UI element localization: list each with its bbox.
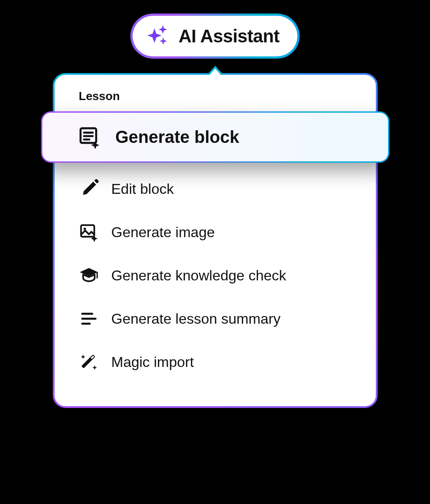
menu-item-label: Generate image <box>111 224 215 241</box>
sparkles-icon <box>145 23 170 49</box>
image-sparkle-icon <box>79 222 99 242</box>
menu-item-magic-import[interactable]: Magic import <box>55 340 376 384</box>
menu-item-label: Generate block <box>116 128 240 147</box>
svg-point-5 <box>83 228 86 230</box>
menu-item-generate-knowledge-check[interactable]: Generate knowledge check <box>55 254 376 297</box>
lines-icon <box>79 309 99 329</box>
menu-item-label: Generate knowledge check <box>111 267 287 284</box>
section-label-lesson: Lesson <box>55 89 376 111</box>
menu-item-generate-image[interactable]: Generate image <box>55 211 376 254</box>
svg-rect-4 <box>81 225 94 237</box>
graduation-cap-icon <box>79 266 99 285</box>
block-sparkle-icon <box>78 125 101 149</box>
menu-item-generate-lesson-summary[interactable]: Generate lesson summary <box>55 297 376 340</box>
menu-item-label: Generate lesson summary <box>111 311 281 327</box>
menu-item-label: Magic import <box>111 354 194 371</box>
ai-assistant-label: AI Assistant <box>179 26 280 46</box>
menu-item-edit-block[interactable]: Edit block <box>55 167 376 211</box>
menu-item-generate-block[interactable]: Generate block <box>41 111 389 163</box>
menu-item-label: Edit block <box>111 181 174 197</box>
magic-wand-icon <box>79 352 99 372</box>
pencil-icon <box>79 179 99 199</box>
ai-assistant-menu: Lesson Generate block <box>53 73 378 408</box>
ai-assistant-button[interactable]: AI Assistant <box>130 14 300 59</box>
